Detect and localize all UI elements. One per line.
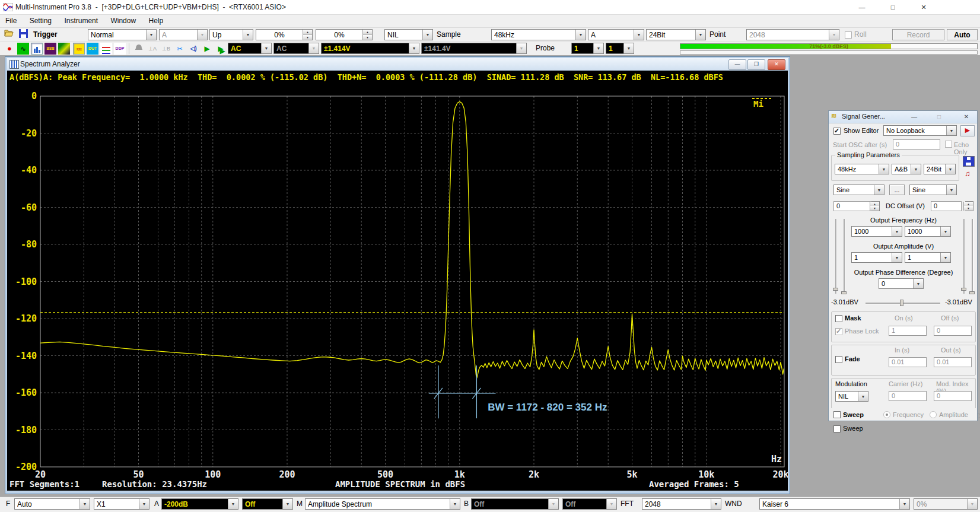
siggen-bits-combo[interactable]: 24Bit▼ bbox=[924, 164, 956, 174]
trigger-edge-combo[interactable]: Up▼ bbox=[209, 29, 253, 40]
a-range-combo[interactable]: -200dB▼ bbox=[161, 498, 238, 510]
window-function-combo[interactable]: Kaiser 6▼ bbox=[759, 498, 910, 510]
siggen-start-button[interactable]: ▶ bbox=[960, 125, 975, 136]
more-waves-button[interactable]: ... bbox=[889, 185, 905, 195]
siggen-titlebar[interactable]: ≋ Signal Gener... — □ ✕ bbox=[829, 111, 977, 123]
maximize-button[interactable]: □ bbox=[879, 0, 906, 14]
spin-down-icon[interactable]: ▼ bbox=[870, 206, 879, 211]
spin-down-icon[interactable]: ▼ bbox=[303, 35, 312, 40]
save-signal-icon[interactable] bbox=[963, 156, 975, 167]
fft-size-combo[interactable]: 2048▼ bbox=[642, 498, 721, 510]
loopback-combo[interactable]: No Loopback▼ bbox=[883, 125, 957, 136]
record-icon[interactable]: ● bbox=[4, 43, 15, 55]
sample-channel-combo[interactable]: A▼ bbox=[588, 29, 644, 40]
modulation-combo[interactable]: NIL▼ bbox=[835, 391, 868, 402]
wave-a-combo[interactable]: Sine▼ bbox=[833, 185, 884, 195]
mask-off-label: Off (s) bbox=[941, 314, 959, 322]
trigger-cursor-combo[interactable]: NIL▼ bbox=[384, 29, 433, 40]
sample-rate-combo[interactable]: 48kHz▼ bbox=[491, 29, 586, 40]
freq-axis-combo[interactable]: Auto▼ bbox=[14, 498, 90, 510]
minimize-button[interactable]: — bbox=[848, 0, 876, 14]
oscilloscope-icon[interactable]: ∿ bbox=[17, 43, 29, 55]
level-b-slider-handle[interactable] bbox=[961, 288, 966, 291]
spectrum-analyzer-icon[interactable] bbox=[31, 43, 43, 55]
balance-slider-thumb[interactable] bbox=[900, 300, 903, 306]
multimeter-icon[interactable]: 888 bbox=[44, 43, 56, 55]
spectrum-plot[interactable]: BW = 1172 - 820 = 352 Hz0-20-40-60-80-10… bbox=[7, 71, 788, 491]
phase-combo[interactable]: 0▼ bbox=[879, 278, 924, 289]
menu-setting[interactable]: Setting bbox=[24, 15, 57, 27]
wave-b-combo[interactable]: Sine▼ bbox=[909, 185, 957, 195]
signal-generator-icon[interactable]: ≈≈ bbox=[73, 43, 85, 55]
fade-checkbox[interactable] bbox=[835, 356, 842, 363]
multi-waves-icon[interactable] bbox=[100, 43, 112, 55]
siggen-channels-combo[interactable]: A&B▼ bbox=[892, 164, 921, 174]
spectrogram-icon[interactable] bbox=[58, 43, 70, 55]
auto-button[interactable]: Auto bbox=[947, 29, 978, 40]
chevron-down-icon: ▼ bbox=[197, 30, 207, 40]
show-editor-checkbox[interactable] bbox=[833, 128, 841, 135]
ddp-viewer-icon[interactable]: DDP bbox=[114, 43, 126, 55]
sweep-label: Sweep bbox=[843, 411, 864, 418]
menu-window[interactable]: Window bbox=[105, 15, 141, 27]
level-a-slider-handle[interactable] bbox=[833, 288, 838, 291]
sweep-checkbox[interactable] bbox=[833, 411, 841, 418]
trigger-level-spinner[interactable]: 0%▲▼ bbox=[256, 29, 313, 40]
level-b-slider-handle2[interactable] bbox=[969, 291, 975, 294]
freq-b-combo[interactable]: 1000▼ bbox=[905, 226, 951, 237]
spin-down-icon[interactable]: ▼ bbox=[362, 35, 372, 40]
spectrum-close-button[interactable]: ✕ bbox=[768, 59, 785, 70]
dc-offset-b-spinner[interactable]: ▲▼ bbox=[965, 201, 973, 211]
level-a-slider-track[interactable] bbox=[835, 219, 836, 294]
probe-calibration-icon[interactable]: ✂ bbox=[174, 43, 186, 55]
spectrum-restore-button[interactable]: ❐ bbox=[747, 59, 765, 70]
sample-bits-combo[interactable]: 24Bit▼ bbox=[646, 29, 706, 40]
dc-offset-b-input[interactable]: 0 bbox=[931, 201, 962, 211]
sound-output-icon[interactable]: ◁) bbox=[187, 43, 199, 55]
close-button[interactable]: ✕ bbox=[910, 0, 937, 14]
a-mode-combo[interactable]: Off▼ bbox=[242, 498, 293, 510]
menu-instrument[interactable]: Instrument bbox=[59, 15, 103, 27]
dc-offset-a-spinner[interactable]: ▲▼ bbox=[871, 201, 880, 211]
device-test-plan-icon[interactable]: DUT bbox=[87, 43, 98, 55]
status-fft-segments: FFT Segments:1 bbox=[9, 479, 79, 489]
score-icon[interactable]: ♫ bbox=[965, 169, 971, 178]
open-icon[interactable] bbox=[4, 29, 15, 41]
level-b-slider-track[interactable] bbox=[963, 219, 965, 294]
svg-text:0: 0 bbox=[31, 91, 37, 101]
spin-up-icon[interactable]: ▲ bbox=[362, 30, 372, 35]
level-a-slider-handle2[interactable] bbox=[841, 291, 847, 294]
probe-a-combo[interactable]: 1▼ bbox=[571, 43, 604, 54]
siggen-sample-rate-combo[interactable]: 48kHz▼ bbox=[835, 164, 889, 174]
level-b-slider-track2[interactable] bbox=[972, 219, 973, 294]
sweep-checkbox[interactable] bbox=[833, 425, 841, 433]
spin-down-icon[interactable]: ▼ bbox=[963, 206, 973, 211]
trigger-delay-spinner[interactable]: 0%▲▼ bbox=[316, 29, 373, 40]
spectrum-titlebar[interactable]: Spectrum Analyzer — ❐ ✕ bbox=[7, 58, 788, 70]
amp-a-combo[interactable]: 1▼ bbox=[851, 252, 902, 263]
alarm-icon bbox=[133, 43, 145, 55]
siggen-maximize-button[interactable]: □ bbox=[933, 112, 945, 121]
amp-b-combo[interactable]: 1▼ bbox=[905, 252, 951, 263]
mask-checkbox[interactable] bbox=[835, 315, 842, 322]
menu-help[interactable]: Help bbox=[143, 15, 168, 27]
dc-offset-a-input[interactable]: 0 bbox=[833, 201, 871, 211]
range-b-combo: ±141.4V▼ bbox=[421, 43, 527, 54]
probe-b-combo[interactable]: 1▼ bbox=[606, 43, 634, 54]
display-mode-combo[interactable]: Amplitude Spectrum▼ bbox=[305, 498, 460, 510]
zoom-combo[interactable]: X1▼ bbox=[94, 498, 149, 510]
level-a-slider-track2[interactable] bbox=[844, 219, 845, 294]
run-loop-icon[interactable]: ▶ bbox=[215, 43, 227, 55]
siggen-close-button[interactable]: ✕ bbox=[960, 112, 972, 121]
spin-up-icon[interactable]: ▲ bbox=[303, 30, 312, 35]
save-icon[interactable] bbox=[17, 29, 29, 41]
range-a-combo[interactable]: ±1.414V▼ bbox=[321, 43, 419, 54]
level-text: 71%(-3.0 dBFS) bbox=[680, 43, 977, 49]
freq-a-combo[interactable]: 1000▼ bbox=[851, 226, 902, 237]
siggen-minimize-button[interactable]: — bbox=[908, 112, 920, 121]
spectrum-minimize-button[interactable]: — bbox=[728, 59, 746, 70]
coupling-a-combo[interactable]: AC▼ bbox=[228, 43, 272, 54]
trigger-mode-combo[interactable]: Normal▼ bbox=[88, 29, 157, 40]
run-icon[interactable]: ▶ bbox=[201, 43, 213, 55]
menu-file[interactable]: File bbox=[0, 15, 22, 27]
